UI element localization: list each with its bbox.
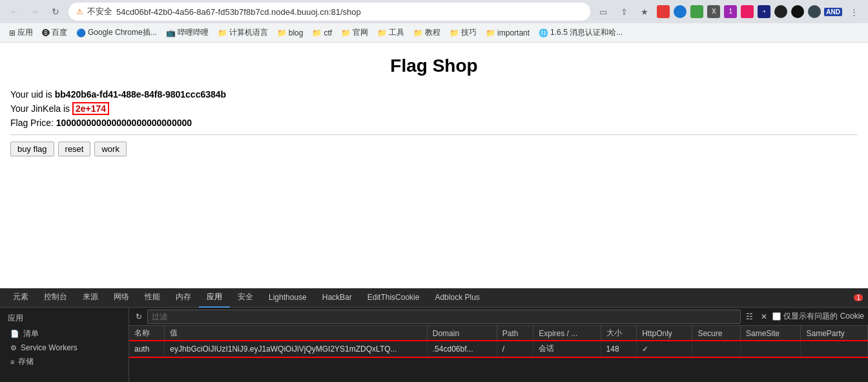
cookies-filter-input[interactable]: [147, 310, 741, 324]
tab-console[interactable]: 控制台: [36, 288, 75, 308]
uid-value: bb420b6a-fd41-488e-84f8-9801ccc6384b: [55, 89, 226, 100]
browser-chrome: ← → ↻ ⚠ 不安全 54cd06bf-42b0-4a56-8a67-fd53…: [0, 0, 868, 43]
bookmark-tutorials[interactable]: 📁 教程: [409, 26, 444, 39]
bookmark-tools[interactable]: 📁 工具: [373, 26, 408, 39]
back-button[interactable]: ←: [5, 3, 23, 21]
cast-button[interactable]: ▭: [594, 3, 612, 21]
bookmark-official-label: 官网: [353, 27, 368, 38]
tab-editthiscookie[interactable]: EditThisCookie: [360, 288, 428, 308]
bookmark-blog[interactable]: 📁 blog: [273, 27, 307, 39]
ext-icon-8[interactable]: [774, 5, 787, 18]
main-area: Flag Shop Your uid is bb420b6a-fd41-488e…: [0, 43, 868, 288]
devtools-sidebar: 应用 📄 清单 ⚙ Service Workers ≡ 存储: [0, 308, 129, 382]
ext-icon-3[interactable]: [690, 5, 703, 18]
tab-application[interactable]: 应用: [199, 288, 230, 308]
ext-icon-1[interactable]: [657, 5, 670, 18]
page-content: Flag Shop Your uid is bb420b6a-fd41-488e…: [0, 43, 868, 288]
folder-icon-5: 📁: [377, 28, 387, 37]
bilibili-icon: 📺: [166, 28, 176, 37]
tab-sources[interactable]: 来源: [75, 288, 106, 308]
bookmark-apps[interactable]: ⊞ 应用: [5, 26, 37, 39]
jinkela-line: Your JinKela is 2e+174: [10, 103, 858, 114]
cookies-table: 名称 值 Domain Path Expires / ... 大小 HttpOn…: [129, 326, 868, 382]
sidebar-item-service-workers[interactable]: ⚙ Service Workers: [0, 341, 129, 354]
ext-icon-7[interactable]: +: [758, 5, 770, 18]
tab-elements[interactable]: 元素: [5, 288, 36, 308]
bookmark-tips[interactable]: 📁 技巧: [446, 26, 480, 39]
cookie-size: 148: [601, 341, 637, 357]
bookmark-cs[interactable]: 📁 计算机语言: [214, 26, 272, 39]
bookmark-ctf[interactable]: 📁 ctf: [308, 27, 336, 39]
sidebar-item-storage[interactable]: ≡ 存储: [0, 354, 129, 369]
only-issues-label[interactable]: 仅显示有问题的 Cookie: [772, 311, 864, 322]
and-badge: AND: [824, 8, 842, 16]
chrome-icon: 🔵: [76, 28, 86, 37]
bookmark-baidu[interactable]: 🅑 百度: [38, 26, 71, 39]
price-label: Flag Price:: [10, 118, 56, 128]
bookmark-msg[interactable]: 🌐 1.6.5 消息认证和哈...: [535, 26, 626, 39]
cookie-path: /: [497, 341, 533, 357]
only-issues-checkbox[interactable]: [772, 312, 781, 321]
tab-security[interactable]: 安全: [230, 288, 261, 308]
nav-buttons: ← → ↻: [5, 3, 65, 21]
bookmark-tips-label: 技巧: [461, 27, 477, 38]
jinkela-label: Your JinKela is: [10, 103, 72, 114]
folder-icon-2: 📁: [277, 28, 287, 37]
bookmarks-bar: ⊞ 应用 🅑 百度 🔵 Google Chrome插... 📺 哔哩哔哩 📁 计…: [0, 23, 868, 43]
ext-icon-6[interactable]: [741, 5, 754, 18]
globe-icon: 🌐: [539, 28, 548, 37]
bookmark-important-label: important: [497, 28, 530, 37]
sidebar-sw-label: Service Workers: [21, 343, 78, 352]
bookmark-official[interactable]: 📁 官网: [337, 26, 372, 39]
reset-button[interactable]: reset: [58, 142, 91, 156]
bookmark-chrome-ext[interactable]: 🔵 Google Chrome插...: [72, 26, 161, 39]
folder-icon-1: 📁: [218, 28, 227, 37]
ext-icon-2[interactable]: [674, 5, 687, 18]
cookie-secure: [692, 341, 741, 357]
work-button[interactable]: work: [94, 142, 126, 156]
baidu-icon: 🅑: [42, 28, 50, 37]
buy-flag-button[interactable]: buy flag: [10, 142, 54, 156]
address-bar[interactable]: ⚠ 不安全 54cd06bf-42b0-4a56-8a67-fd53b7f8b7…: [68, 3, 590, 21]
tab-lighthouse[interactable]: Lighthouse: [261, 288, 315, 308]
reload-cookies-icon[interactable]: ↻: [133, 311, 145, 323]
tab-performance[interactable]: 性能: [137, 288, 168, 308]
ext-icon-4[interactable]: X: [707, 5, 720, 18]
bookmark-blog-label: blog: [289, 28, 304, 37]
devtools-badge: 1: [854, 294, 863, 301]
sidebar-item-manifest[interactable]: 📄 清单: [0, 326, 129, 341]
bookmark-tutorials-label: 教程: [425, 27, 440, 38]
cookies-panel: ↻ ☷ ✕ 仅显示有问题的 Cookie 名称 值 Domain: [129, 308, 868, 382]
jinkela-value: 2e+174: [72, 102, 109, 115]
filter-toggle-icon[interactable]: ☷: [743, 311, 756, 323]
bookmark-bilibili[interactable]: 📺 哔哩哔哩: [162, 26, 212, 39]
ext-icon-5[interactable]: 1: [724, 5, 737, 18]
col-samesite: SameSite: [740, 326, 801, 341]
security-icon: ⚠: [76, 7, 83, 16]
folder-icon-8: 📁: [486, 28, 495, 37]
tab-hackbar[interactable]: HackBar: [315, 288, 360, 308]
sidebar-section-app[interactable]: 应用: [0, 310, 129, 326]
forward-button[interactable]: →: [26, 3, 44, 21]
cookie-name: auth: [129, 341, 165, 357]
reload-button[interactable]: ↻: [46, 3, 65, 21]
ext-icon-9[interactable]: [791, 5, 804, 18]
sidebar-storage-label: 存储: [18, 356, 34, 367]
share-button[interactable]: ⇪: [615, 3, 633, 21]
bookmark-button[interactable]: ★: [636, 3, 654, 21]
bookmark-important[interactable]: 📁 important: [482, 27, 533, 39]
tab-network[interactable]: 网络: [106, 288, 137, 308]
col-domain: Domain: [427, 326, 497, 341]
devtools-side-icons: 1: [852, 294, 863, 301]
table-row[interactable]: auth eyJhbGciOiJIUzI1NiJ9.eyJ1aWQiOiJiVj…: [129, 341, 868, 357]
folder-icon-7: 📁: [450, 28, 459, 37]
table-header-row: 名称 值 Domain Path Expires / ... 大小 HttpOn…: [129, 326, 868, 341]
tab-memory[interactable]: 内存: [168, 288, 199, 308]
ext-icon-10[interactable]: [808, 5, 821, 18]
menu-button[interactable]: ⋮: [845, 3, 863, 21]
tab-adblock[interactable]: Adblock Plus: [427, 288, 487, 308]
clear-filter-icon[interactable]: ✕: [758, 311, 770, 323]
cookie-samesite: [740, 341, 801, 357]
sidebar-manifest-label: 清单: [23, 328, 39, 339]
manifest-icon: 📄: [10, 330, 19, 338]
